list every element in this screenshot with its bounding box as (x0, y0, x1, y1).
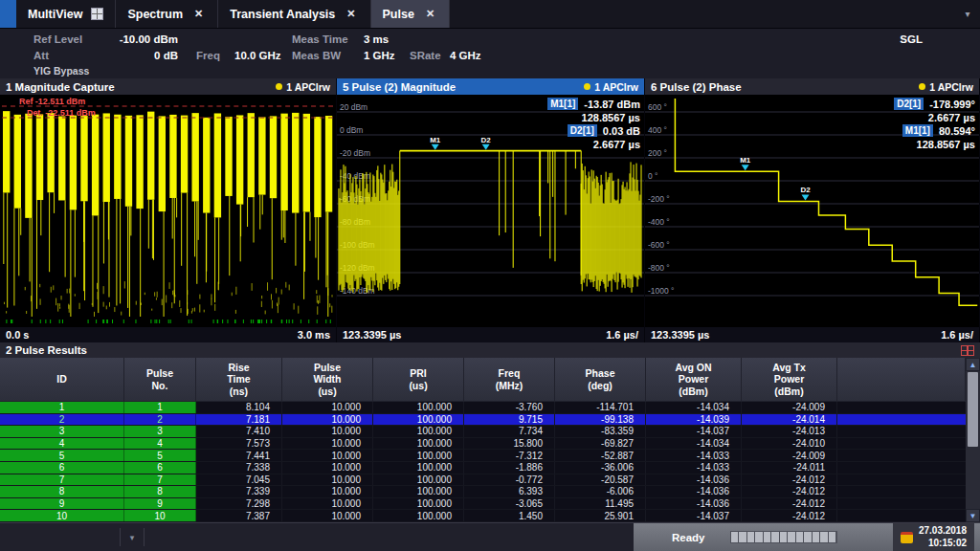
cell-value: -24.012 (742, 486, 837, 497)
cell-value: -0.772 (464, 474, 555, 486)
pulse-results-section: 2 Pulse Results IDPulse No.Rise Time (ns… (0, 342, 980, 522)
tab-spectrum[interactable]: Spectrum ✕ (116, 0, 218, 28)
cell-value: 10.000 (282, 474, 373, 486)
marker-value: -178.999° (929, 99, 975, 110)
marker-readout: M1[1]-13.87 dBm128.8567 µsD2[1]0.03 dB2.… (547, 98, 640, 150)
x-axis-end: 1.6 µs/ (606, 329, 638, 341)
cell-id: 9 (0, 498, 124, 510)
x-axis-start: 123.3395 µs (651, 329, 709, 341)
table-row[interactable]: 337.41010.000100.0007.734-83.359-14.037-… (0, 426, 966, 438)
srate-value[interactable]: 4 GHz (450, 50, 481, 61)
tab-overflow-dropdown[interactable]: ▾ (955, 0, 980, 28)
table-row[interactable]: 118.10410.000100.000-3.760-114.701-14.03… (0, 402, 966, 414)
chart-panel-magnitude-capture[interactable]: 1 Magnitude Capture 1 APClrw Ref -12.511… (0, 78, 337, 342)
cell-id: 2 (124, 414, 196, 426)
cell-filler (837, 414, 966, 426)
meas-bw-value[interactable]: 1 GHz (364, 50, 395, 61)
svg-text:-20 dBm: -20 dBm (340, 148, 370, 158)
cell-value: 7.441 (196, 450, 282, 461)
table-row[interactable]: 557.44110.000100.000-7.312-52.887-14.033… (0, 450, 966, 462)
cell-filler (837, 474, 966, 486)
marker-value: 80.594° (939, 125, 975, 137)
freq-value[interactable]: 10.0 GHz (234, 50, 281, 61)
cell-value: 100.000 (373, 510, 464, 521)
chart-canvas-pulse-magnitude[interactable]: 20 dBm0 dBm-20 dBm-40 dBm-60 dBm-80 dBm-… (337, 95, 644, 327)
table-row[interactable]: 777.04510.000100.000-0.772-20.587-14.036… (0, 474, 966, 487)
marker-name-chip[interactable]: M1[1] (902, 124, 933, 137)
chart-canvas-pulse-phase[interactable]: 600 °400 °200 °0 °-200 °-400 °-600 °-800… (645, 95, 979, 327)
window-accent-bar (0, 0, 16, 28)
table-row[interactable]: 667.33810.000100.000-1.886-36.006-14.033… (0, 462, 966, 474)
cell-value: -14.039 (646, 414, 742, 426)
meas-time-value[interactable]: 3 ms (364, 33, 389, 45)
cell-value: 10.000 (282, 414, 373, 426)
cell-value: 10.000 (282, 450, 373, 461)
column-header: Freq (MHz) (464, 358, 555, 402)
scrollbar-track[interactable] (966, 371, 980, 509)
channel-settings-bar: Ref Level -10.00 dBm Meas Time 3 ms SGL … (0, 29, 980, 78)
trace-dot-icon (919, 83, 925, 90)
svg-text:D2: D2 (800, 186, 811, 194)
scroll-up-icon[interactable]: ▲ (966, 358, 980, 371)
svg-text:400 °: 400 ° (648, 125, 667, 135)
marker-name-chip[interactable]: M1[1] (547, 98, 578, 110)
progress-segment (780, 532, 788, 542)
tab-pulse[interactable]: Pulse ✕ (371, 0, 451, 28)
table-row[interactable]: 887.33910.000100.0006.393-6.006-14.036-2… (0, 486, 966, 498)
chart-panel-pulse-phase[interactable]: 6 Pulse (2) Phase 1 APClrw 600 °400 °200… (645, 78, 980, 342)
cell-value: 7.045 (196, 474, 282, 486)
chart-canvas-magnitude-capture[interactable]: Ref -12.511 dBmDet. -22.511 dBm (0, 95, 336, 327)
chevron-down-icon: ▾ (965, 9, 969, 19)
cell-value: -24.012 (742, 498, 837, 510)
marker-name-chip[interactable]: D2[1] (568, 124, 597, 137)
progress-segment (788, 532, 795, 542)
x-axis-labels: 123.3395 µs 1.6 µs/ (645, 327, 979, 342)
svg-text:-200 °: -200 ° (648, 194, 670, 204)
svg-text:0 °: 0 ° (648, 171, 657, 181)
chart-panel-pulse-magnitude[interactable]: 5 Pulse (2) Magnitude 1 APClrw 20 dBm0 d… (337, 78, 645, 342)
table-row[interactable]: 447.57310.000100.00015.800-69.827-14.034… (0, 438, 966, 451)
cell-id: 4 (124, 438, 196, 450)
cell-value: -6.006 (555, 486, 646, 497)
results-title-bar[interactable]: 2 Pulse Results (0, 342, 980, 358)
cell-id: 6 (0, 462, 124, 474)
table-row[interactable]: 227.18110.000100.0009.715-99.138-14.039-… (0, 414, 966, 427)
close-icon[interactable]: ✕ (344, 7, 358, 21)
close-icon[interactable]: ✕ (423, 7, 437, 21)
svg-text:M1: M1 (430, 136, 441, 144)
table-row[interactable]: 997.29810.000100.000-3.06511.495-14.036-… (0, 498, 966, 511)
freq-label: Freq (196, 50, 220, 61)
tab-transient-analysis[interactable]: Transient Analysis ✕ (218, 0, 370, 28)
panel-title-bar[interactable]: 6 Pulse (2) Phase 1 APClrw (645, 78, 979, 95)
marker-x-value: 128.8567 µs (582, 112, 640, 123)
cell-value: 10.000 (282, 426, 373, 437)
scrollbar-thumb[interactable] (968, 372, 978, 447)
att-value[interactable]: 0 dB (94, 50, 178, 61)
status-dropdown[interactable]: ▾ (120, 528, 145, 546)
panel-title-bar[interactable]: 1 Magnitude Capture 1 APClrw (0, 78, 336, 95)
marker-name-chip[interactable]: D2[1] (894, 98, 924, 110)
ref-level-value[interactable]: -10.00 dBm (94, 33, 178, 45)
trace-label: 1 APClrw (929, 81, 973, 93)
cell-value: 7.410 (196, 426, 282, 437)
close-icon[interactable]: ✕ (191, 7, 206, 21)
progress-segment (804, 532, 812, 542)
cell-value: 100.000 (373, 414, 464, 426)
column-header: Rise Time (ns) (196, 358, 282, 402)
cell-id: 1 (0, 402, 124, 413)
table-scrollbar[interactable]: ▲ ▼ (966, 358, 980, 522)
table-config-icon[interactable] (961, 345, 974, 356)
cell-value: 100.000 (373, 438, 464, 450)
trace-dot-icon (276, 83, 282, 90)
cell-value: -14.037 (646, 510, 742, 521)
scroll-down-icon[interactable]: ▼ (966, 509, 980, 522)
calendar-icon (901, 532, 913, 543)
panel-title-bar[interactable]: 5 Pulse (2) Magnitude 1 APClrw (337, 78, 644, 95)
marker-x-value: 128.8567 µs (917, 139, 975, 150)
status-ready-label: Ready (672, 532, 705, 543)
cell-value: -114.701 (555, 402, 646, 413)
tab-multiview[interactable]: MultiView (16, 0, 116, 28)
cell-id: 10 (124, 510, 196, 521)
cell-value: 100.000 (373, 474, 464, 486)
table-row[interactable]: 10107.38710.000100.0001.45025.901-14.037… (0, 510, 966, 522)
